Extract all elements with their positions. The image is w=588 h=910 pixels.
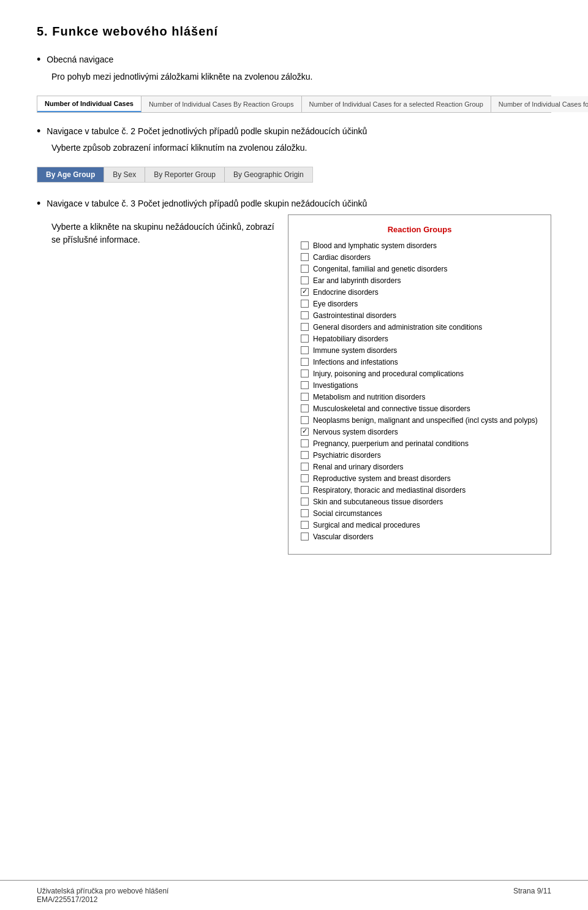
- reaction-checkbox[interactable]: [301, 498, 309, 506]
- reaction-row[interactable]: Injury, poisoning and procedural complic…: [301, 370, 538, 378]
- tab-age-group[interactable]: By Age Group: [37, 167, 104, 182]
- reaction-label: Blood and lymphatic system disorders: [313, 241, 437, 250]
- body-text-2: Vyberte způsob zobrazení informací klikn…: [51, 142, 551, 154]
- reaction-checkbox[interactable]: [301, 393, 309, 401]
- reaction-label: Psychiatric disorders: [313, 451, 381, 460]
- reaction-row[interactable]: Cardiac disorders: [301, 253, 538, 262]
- footer-left: Uživatelská příručka pro webové hlášení …: [37, 887, 168, 904]
- reaction-label: Metabolism and nutrition disorders: [313, 393, 425, 401]
- reaction-checkbox[interactable]: [301, 381, 309, 389]
- page-title: 5. Funkce webového hlášení: [37, 25, 551, 39]
- reaction-checkbox[interactable]: [301, 474, 309, 482]
- reaction-row[interactable]: Eye disorders: [301, 300, 538, 308]
- reaction-row[interactable]: Renal and urinary disorders: [301, 463, 538, 471]
- reaction-row[interactable]: Gastrointestinal disorders: [301, 311, 538, 320]
- reaction-checkbox[interactable]: [301, 463, 309, 471]
- reaction-checkbox[interactable]: [301, 428, 309, 436]
- top-tab-selected-group[interactable]: Number of Individual Cases for a selecte…: [302, 96, 491, 112]
- top-tabs-bar[interactable]: Number of Individual Cases Number of Ind…: [37, 96, 551, 113]
- reaction-row[interactable]: Surgical and medical procedures: [301, 521, 538, 529]
- reaction-label: Social circumstances: [313, 509, 382, 518]
- reaction-checkbox[interactable]: [301, 335, 309, 343]
- reaction-checkbox[interactable]: [301, 276, 309, 284]
- reaction-row[interactable]: Investigations: [301, 381, 538, 390]
- reaction-row[interactable]: Infections and infestations: [301, 358, 538, 366]
- reaction-label: General disorders and administration sit…: [313, 323, 482, 332]
- reaction-checkbox[interactable]: [301, 439, 309, 447]
- reaction-table-title: Reaction Groups: [301, 225, 538, 234]
- page-footer: Uživatelská příručka pro webové hlášení …: [0, 880, 588, 910]
- reaction-checkbox[interactable]: [301, 486, 309, 494]
- reaction-label: Musculoskeletal and connective tissue di…: [313, 404, 470, 413]
- reaction-checkbox[interactable]: [301, 288, 309, 296]
- bullet-prefix-3: Navigace v tabulce č.: [47, 199, 128, 208]
- reaction-row[interactable]: Social circumstances: [301, 509, 538, 518]
- reaction-label: Vascular disorders: [313, 533, 373, 541]
- reaction-row[interactable]: Skin and subcutaneous tissue disorders: [301, 498, 538, 506]
- reaction-row[interactable]: Nervous system disorders: [301, 428, 538, 436]
- bullet-suffix-2: Počet jednotlivých případů podle skupin …: [138, 126, 367, 136]
- reaction-label: Immune system disorders: [313, 346, 397, 355]
- reaction-row[interactable]: Vascular disorders: [301, 533, 538, 541]
- reaction-checkbox[interactable]: [301, 358, 309, 366]
- reaction-checkbox[interactable]: [301, 300, 309, 308]
- reaction-label: Surgical and medical procedures: [313, 521, 420, 529]
- bullet-dot-1: •: [37, 53, 40, 67]
- section-nav-table-3: • Navigace v tabulce č. 3 Počet jednotli…: [37, 197, 551, 567]
- reaction-row[interactable]: Metabolism and nutrition disorders: [301, 393, 538, 401]
- reaction-row[interactable]: Respiratory, thoracic and mediastinal di…: [301, 486, 538, 495]
- reaction-checkbox[interactable]: [301, 253, 309, 261]
- reaction-checkbox[interactable]: [301, 265, 309, 273]
- reaction-row[interactable]: General disorders and administration sit…: [301, 323, 538, 332]
- tab-reporter-group[interactable]: By Reporter Group: [145, 167, 225, 182]
- reaction-row[interactable]: Hepatobiliary disorders: [301, 335, 538, 343]
- reaction-label: Nervous system disorders: [313, 428, 398, 436]
- reaction-checkbox[interactable]: [301, 509, 309, 517]
- reaction-row[interactable]: Immune system disorders: [301, 346, 538, 355]
- bullet-suffix-3: Počet jednotlivých případů podle skupin …: [138, 199, 367, 208]
- reaction-row[interactable]: Ear and labyrinth disorders: [301, 276, 538, 285]
- reaction-label: Gastrointestinal disorders: [313, 311, 396, 320]
- reaction-row[interactable]: Reproductive system and breast disorders: [301, 474, 538, 483]
- reaction-checkbox[interactable]: [301, 404, 309, 412]
- bullet-prefix-2: Navigace v tabulce č.: [47, 126, 128, 136]
- reaction-checkbox[interactable]: [301, 451, 309, 459]
- top-tab-individual-cases[interactable]: Number of Individual Cases: [37, 96, 141, 112]
- reaction-checkbox[interactable]: [301, 241, 309, 249]
- reaction-label: Investigations: [313, 381, 358, 390]
- reaction-label: Congenital, familial and genetic disorde…: [313, 265, 447, 273]
- reaction-label: Pregnancy, puerperium and perinatal cond…: [313, 439, 469, 448]
- reaction-row[interactable]: Pregnancy, puerperium and perinatal cond…: [301, 439, 538, 448]
- reaction-checkbox[interactable]: [301, 311, 309, 319]
- reaction-label: Reproductive system and breast disorders: [313, 474, 451, 483]
- reaction-checkbox[interactable]: [301, 346, 309, 354]
- reaction-label: Skin and subcutaneous tissue disorders: [313, 498, 443, 506]
- reaction-checkbox[interactable]: [301, 521, 309, 529]
- reaction-row[interactable]: Neoplasms benign, malignant and unspecif…: [301, 416, 538, 425]
- top-navigation-tabs: Number of Individual Cases Number of Ind…: [37, 96, 551, 113]
- reaction-checkbox[interactable]: [301, 416, 309, 424]
- bullet-label-2: Navigace v tabulce č. 2 Počet jednotlivý…: [47, 125, 367, 138]
- reaction-label: Renal and urinary disorders: [313, 463, 403, 471]
- reaction-checkbox[interactable]: [301, 370, 309, 377]
- top-tab-selected-reaction[interactable]: Number of Individual Cases for a selecte…: [491, 96, 588, 112]
- group-tabs-bar[interactable]: By Age Group By Sex By Reporter Group By…: [37, 167, 313, 183]
- reaction-label: Ear and labyrinth disorders: [313, 276, 401, 285]
- footer-doc-number: EMA/225517/2012: [37, 895, 168, 904]
- reaction-row[interactable]: Musculoskeletal and connective tissue di…: [301, 404, 538, 413]
- reaction-items-list: Blood and lymphatic system disordersCard…: [301, 241, 538, 541]
- tab-geographic-origin[interactable]: By Geographic Origin: [225, 167, 312, 182]
- reaction-checkbox[interactable]: [301, 323, 309, 331]
- reaction-row[interactable]: Psychiatric disorders: [301, 451, 538, 460]
- bullet-label-1: Obecná navigace: [47, 53, 113, 66]
- reaction-label: Neoplasms benign, malignant and unspecif…: [313, 416, 538, 425]
- reaction-row[interactable]: Congenital, familial and genetic disorde…: [301, 265, 538, 273]
- tab-sex[interactable]: By Sex: [104, 167, 145, 182]
- reaction-checkbox[interactable]: [301, 533, 309, 540]
- top-tab-reaction-groups[interactable]: Number of Individual Cases By Reaction G…: [141, 96, 302, 112]
- footer-page-number: Strana 9/11: [513, 887, 551, 904]
- reaction-row[interactable]: Blood and lymphatic system disorders: [301, 241, 538, 250]
- reaction-row[interactable]: Endocrine disorders: [301, 288, 538, 297]
- bullet-label-3: Navigace v tabulce č. 3 Počet jednotlivý…: [47, 197, 367, 210]
- body-text-1: Pro pohyb mezi jednotlivými záložkami kl…: [51, 70, 551, 83]
